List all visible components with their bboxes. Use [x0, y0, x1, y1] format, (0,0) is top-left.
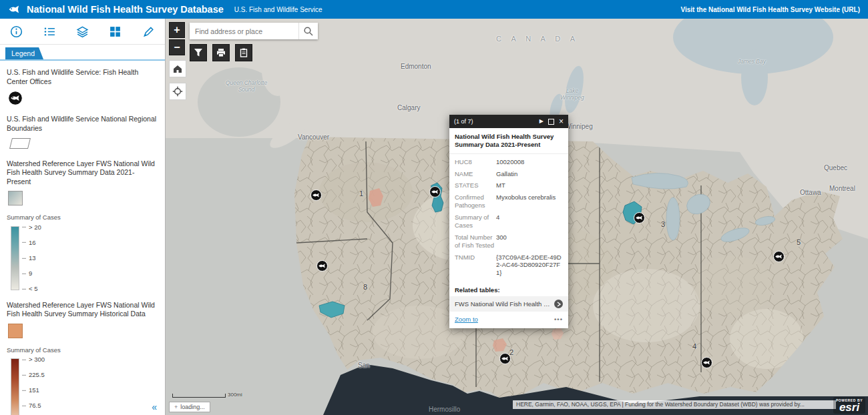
app-title: National Wild Fish Health Survey Databas…: [27, 4, 224, 15]
fish-marker-icon: [499, 353, 511, 364]
attribute-label: Confirmed Pathogens: [455, 193, 496, 210]
report-button[interactable]: [235, 44, 252, 61]
attribute-label: HUC8: [455, 158, 496, 166]
zoom-to-link[interactable]: Zoom to: [455, 316, 478, 323]
fish-health-office-marker[interactable]: [429, 186, 441, 197]
print-button[interactable]: [212, 44, 230, 61]
app-header: National Wild Fish Health Survey Databas…: [0, 0, 868, 19]
fish-marker-icon: [634, 212, 645, 224]
fish-logo-icon: [8, 4, 21, 15]
legend-button[interactable]: [39, 21, 60, 41]
ramp-label: > 20: [29, 224, 41, 232]
loading-text: loading...: [180, 404, 205, 410]
city-label: Edmonton: [401, 63, 431, 70]
popup-close-button[interactable]: ×: [559, 117, 564, 125]
popup-more-button[interactable]: •••: [554, 316, 563, 323]
related-table-name: FWS National Wild Fish Health Survey ...: [455, 300, 551, 308]
print-icon: [216, 48, 226, 57]
city-label: Quebec: [824, 164, 847, 171]
attribute-value: 10020008: [496, 158, 524, 166]
search-button[interactable]: [298, 23, 318, 39]
open-related-icon[interactable]: [554, 300, 563, 308]
city-label: Ottawa: [800, 189, 821, 196]
watershed-2021-symbol: [8, 191, 23, 205]
sidebar-collapse-button[interactable]: «: [152, 402, 157, 412]
home-button[interactable]: [169, 60, 186, 77]
fish-marker-icon: [429, 186, 441, 197]
summary-cases-ramp-current: > 20 16 13 9 < 5: [11, 226, 158, 290]
attribute-label: Summary of Cases: [455, 214, 496, 230]
fish-marker-icon: [773, 251, 785, 262]
region-number: 5: [797, 238, 801, 246]
loading-icon: +: [174, 404, 178, 410]
ramp-label: 151: [29, 386, 39, 394]
fish-health-office-marker[interactable]: [499, 353, 511, 364]
layers-button[interactable]: [71, 21, 93, 41]
ramp-tick: [22, 242, 26, 243]
water-label: James Bay: [737, 59, 767, 65]
popup-attribute-table: HUC810020008 NAMEGallatin STATESMT Confi…: [449, 154, 568, 282]
map-canvas[interactable]: C A N A D A Edmonton Calgary Vancouver W…: [166, 19, 868, 415]
attribute-label: NAME: [455, 170, 496, 178]
city-label: Montreal: [829, 185, 855, 192]
loading-indicator: + loading...: [169, 402, 210, 412]
popup-footer: Zoom to •••: [449, 312, 568, 328]
fish-marker-icon: [316, 260, 328, 272]
info-icon: [10, 25, 23, 38]
ramp-tick: [22, 390, 26, 391]
legend-layer-title: Watershed Reference Layer FWS National W…: [7, 301, 158, 319]
home-icon: [172, 63, 183, 74]
fish-health-office-marker[interactable]: [310, 189, 322, 201]
tab-legend[interactable]: Legend: [5, 47, 43, 59]
region-number: 3: [661, 220, 665, 228]
draw-icon: [142, 25, 155, 38]
legend-list-icon: [43, 25, 56, 38]
attribute-value: 300: [496, 234, 507, 250]
water-label: Lake Winnipeg: [557, 88, 588, 101]
ramp-tick: [22, 360, 26, 360]
fish-health-office-marker[interactable]: [701, 357, 712, 368]
attribute-value: MT: [496, 181, 505, 189]
fish-health-office-marker[interactable]: [773, 251, 785, 262]
search-input[interactable]: [190, 23, 298, 39]
attribute-label: Total Number of Fish Tested: [455, 234, 496, 250]
app-window: National Wild Fish Health Survey Databas…: [0, 0, 868, 415]
ramp-label: 13: [29, 254, 36, 262]
filter-button[interactable]: [190, 44, 207, 61]
country-label: C A N A D A: [496, 35, 579, 43]
search-icon: [303, 26, 314, 37]
locate-button[interactable]: [169, 83, 186, 100]
app-subtitle: U.S. Fish and Wildlife Service: [234, 6, 322, 13]
ramp-label: 76.5: [29, 402, 41, 410]
popup-next-button[interactable]: ▶: [539, 119, 544, 124]
water-label: Queen Charlotte Sound: [222, 80, 271, 93]
layers-icon: [76, 25, 89, 38]
search-box: [190, 23, 318, 39]
summary-cases-ramp-historical: > 300 225.5 151 76.5 < 2: [11, 358, 158, 415]
attribute-row: TNMID{37C09AE4-2DEE-49D2-AC46-3D80920F27…: [449, 252, 568, 280]
attribute-value: 4: [496, 214, 499, 230]
attribute-row: Total Number of Fish Tested300: [449, 232, 568, 252]
attribute-value: Gallatin: [496, 170, 517, 178]
fish-health-office-marker[interactable]: [634, 212, 645, 224]
attribute-value: Myxobolus cerebralis: [496, 193, 556, 210]
zoom-in-button[interactable]: +: [169, 22, 185, 38]
scalebar: 300mi: [172, 392, 242, 398]
attribute-value: {37C09AE4-2DEE-49D2-AC46-3D80920F27F1}: [496, 254, 563, 278]
info-button[interactable]: [6, 21, 27, 41]
ramp-tick: [22, 288, 26, 289]
related-tables-label: Related tables:: [449, 281, 568, 296]
region-number: 8: [363, 283, 367, 291]
basemap-button[interactable]: [105, 21, 126, 41]
fish-health-office-marker[interactable]: [316, 260, 328, 272]
attribute-row: NAMEGallatin: [449, 168, 568, 180]
draw-button[interactable]: [138, 21, 159, 41]
attribute-row: STATESMT: [449, 179, 568, 191]
popup-maximize-button[interactable]: [548, 119, 554, 125]
related-table-item[interactable]: FWS National Wild Fish Health Survey ...: [449, 296, 568, 312]
scalebar-line: [172, 394, 226, 398]
filter-icon: [194, 48, 203, 57]
zoom-out-button[interactable]: −: [169, 39, 185, 55]
legend-layer-title: U.S. Fish and Wildlife Service: Fish Hea…: [7, 68, 158, 86]
survey-website-link[interactable]: Visit the National Wild Fish Health Surv…: [681, 6, 860, 13]
